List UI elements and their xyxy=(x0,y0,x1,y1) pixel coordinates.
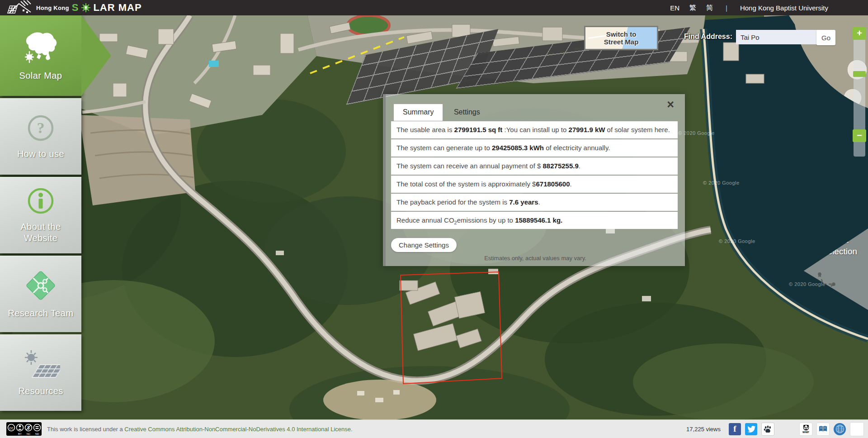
lang-en[interactable]: EN xyxy=(670,4,679,12)
go-button[interactable]: Go xyxy=(816,30,835,45)
svg-text:BY: BY xyxy=(18,433,22,435)
sun-solar-panel-icon xyxy=(21,349,60,379)
summary-row-payback: The payback period for the system is 7.6… xyxy=(391,194,678,211)
cc-license-badge[interactable]: cc $ BY NC ND xyxy=(6,422,42,436)
sidebar-item-solar-map[interactable]: Solar Map xyxy=(0,15,81,96)
house-solar-logo-icon xyxy=(5,0,33,15)
switch-button-label-line1: Switch to xyxy=(606,30,637,38)
top-header-bar: Hong Kong S LAR MAP EN 繁 简 | Hong Kong B… xyxy=(0,0,868,15)
summary-row-co2: Reduce annual CO2emissions by up to 1588… xyxy=(391,212,678,229)
summary-row-usable-area: The usable area is 2799191.5 sq ft :You … xyxy=(391,121,678,138)
svg-text:NC: NC xyxy=(27,433,31,435)
brand-prefix: Hong Kong xyxy=(36,5,69,11)
zoom-in-button[interactable]: + xyxy=(853,27,866,40)
map-watermark: © 2020 Google xyxy=(703,180,740,186)
facebook-icon[interactable]: f xyxy=(729,423,741,435)
sidebar-item-resources[interactable]: Resources xyxy=(0,334,81,411)
close-icon[interactable]: × xyxy=(667,99,674,111)
sidebar-nav: Solar Map ? How to use About the Website… xyxy=(0,15,81,411)
dialog-disclaimer: Estimates only, actual values may vary. xyxy=(386,255,685,262)
lang-simplified-chinese[interactable]: 简 xyxy=(706,4,713,12)
map-watermark: © 2020 Google xyxy=(719,238,755,244)
book-icon[interactable] xyxy=(816,423,830,436)
university-name[interactable]: Hong Kong Baptist University xyxy=(740,4,828,12)
summary-row-total-cost: The total cost of the system is approxim… xyxy=(391,176,678,193)
paw-icon[interactable] xyxy=(761,423,774,436)
sidebar-item-label: About the Website xyxy=(0,221,81,244)
zoom-out-button[interactable]: − xyxy=(853,129,866,142)
sidebar-item-label: Resources xyxy=(14,386,66,397)
sidebar-item-research-team[interactable]: Research Team xyxy=(0,256,81,332)
twitter-icon[interactable] xyxy=(745,423,757,435)
change-settings-button[interactable]: Change Settings xyxy=(391,238,457,252)
question-icon: ? xyxy=(27,114,55,142)
tab-settings[interactable]: Settings xyxy=(445,104,489,121)
views-count: 17,225 views xyxy=(686,426,729,433)
license-text: This work is licensed under a Creative C… xyxy=(47,426,353,433)
license-link[interactable]: Creative Commons Attribution-NonCommerci… xyxy=(124,426,352,433)
svg-text:?: ? xyxy=(37,119,45,136)
summary-row-generation: The system can generate up to 29425085.3… xyxy=(391,139,678,157)
summary-dialog: × Summary Settings The usable area is 27… xyxy=(383,94,685,266)
svg-text:ND: ND xyxy=(35,433,39,435)
map-watermark: © 2020 Google xyxy=(789,281,826,287)
wwf-icon[interactable]: WWF xyxy=(799,423,812,436)
brand-solar-rest: LAR MAP xyxy=(93,2,142,14)
tab-summary[interactable]: Summary xyxy=(394,104,443,121)
satellite-map[interactable]: © 2020 Google © 2020 Google © 2020 Googl… xyxy=(0,15,868,420)
sun-logo-icon xyxy=(81,3,90,12)
zoom-slider-handle[interactable] xyxy=(853,71,866,77)
sidebar-item-how-to-use[interactable]: ? How to use xyxy=(0,98,81,175)
sidebar-item-about-the-website[interactable]: About the Website xyxy=(0,177,81,253)
wwf-label: WWF xyxy=(802,431,809,433)
sidebar-item-label: Research Team xyxy=(5,308,77,319)
puzzle-icon xyxy=(25,270,57,301)
info-icon xyxy=(27,187,55,215)
app-logo[interactable]: Hong Kong S LAR MAP xyxy=(0,0,142,15)
brand-solar-s: S xyxy=(72,2,79,14)
footer-bar: cc $ BY NC ND This work is licensed unde… xyxy=(0,419,868,438)
find-address-label: Find Address: xyxy=(684,33,732,41)
switch-to-street-map-button[interactable]: Switch to Street Map xyxy=(584,26,658,50)
address-input[interactable] xyxy=(736,30,818,44)
switch-button-label-line2: Street Map xyxy=(604,38,639,46)
lang-traditional-chinese[interactable]: 繁 xyxy=(689,4,696,12)
dialog-tabs: Summary Settings xyxy=(394,104,685,121)
svg-text:cc: cc xyxy=(9,426,14,430)
summary-row-payment: The system can receive an annual payment… xyxy=(391,157,678,175)
hong-kong-map-sun-icon xyxy=(21,30,60,64)
sidebar-item-label: Solar Map xyxy=(16,70,66,81)
sidebar-item-label: How to use xyxy=(14,148,68,160)
globe-icon[interactable] xyxy=(834,423,846,435)
grid-logo-icon[interactable] xyxy=(850,422,864,436)
header-divider: | xyxy=(723,4,730,12)
